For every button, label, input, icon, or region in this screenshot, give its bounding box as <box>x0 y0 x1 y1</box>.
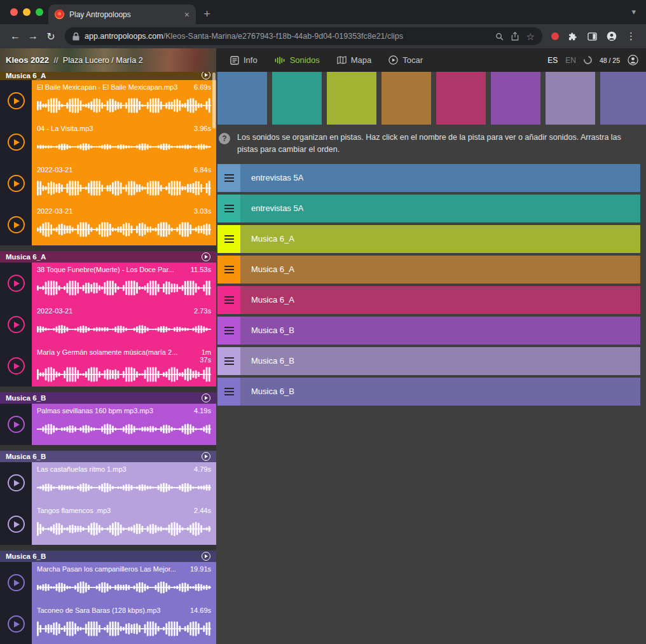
section-play-icon[interactable] <box>202 394 210 402</box>
clip-play-button[interactable] <box>0 562 32 603</box>
sidebar-scrollbar[interactable] <box>212 72 216 128</box>
track-drag-handle[interactable] <box>217 225 240 253</box>
clip-play-button[interactable] <box>0 304 32 345</box>
clip-play-button[interactable] <box>0 121 32 163</box>
browser-tab[interactable]: Play Antropoloops × <box>48 4 196 24</box>
drag-handle-icon <box>224 266 234 273</box>
profile-avatar-icon[interactable] <box>607 31 617 41</box>
audio-clip[interactable]: María y Germán solamente música(maría 2.… <box>0 345 216 387</box>
clip-duration: 3.03s <box>194 207 211 215</box>
track-drag-handle[interactable] <box>217 164 240 192</box>
track-row[interactable]: Musica 6_A <box>217 225 640 253</box>
track-row[interactable]: entrevistas 5A <box>217 164 640 192</box>
tab-search-chevron-icon[interactable]: ▾ <box>631 7 636 17</box>
track-drag-handle[interactable] <box>217 378 240 406</box>
section-play-icon[interactable] <box>202 252 210 261</box>
clip-play-button[interactable] <box>0 504 32 545</box>
audio-clip[interactable]: 2022-03-21 2.73s <box>0 304 216 345</box>
page: { "browser": { "tab_title": "Play Antrop… <box>0 0 646 644</box>
audio-clip[interactable]: 04 - La Visita.mp3 3.96s <box>0 121 216 163</box>
forward-button[interactable]: → <box>24 31 42 42</box>
clip-play-button[interactable] <box>0 204 32 245</box>
track-drag-handle[interactable] <box>217 286 240 314</box>
track-name-bar[interactable]: Musica 6_A <box>240 256 640 284</box>
share-icon[interactable] <box>511 32 519 41</box>
clip-body: 2022-03-21 6.84s <box>32 163 216 204</box>
track-row[interactable]: Musica 6_B <box>217 347 640 375</box>
track-row[interactable]: Musica 6_A <box>217 286 640 314</box>
audio-clip[interactable]: Las castañuelas ritmo 1.mp3 4.79s <box>0 462 216 504</box>
lock-icon[interactable] <box>72 32 79 41</box>
track-section-header[interactable]: Musica 6_B <box>0 551 216 562</box>
nav-mapa[interactable]: Mapa <box>337 55 372 65</box>
content: Musica 6_A El Baile Mexicapan - El Baile… <box>0 72 646 644</box>
nav-info[interactable]: Info <box>230 55 258 65</box>
section-play-icon[interactable] <box>202 552 210 561</box>
back-button[interactable]: ← <box>6 31 24 42</box>
audio-clip[interactable]: 38 Toque Funebre(Muerte) - Los Doce Par.… <box>0 263 216 304</box>
track-section-header[interactable]: Musica 6_B <box>0 451 216 462</box>
audio-clip[interactable]: 2022-03-21 6.84s <box>0 163 216 204</box>
track-row[interactable]: Musica 6_B <box>217 378 640 406</box>
url-domain: app.antropoloops.com <box>85 32 163 41</box>
minimize-window-button[interactable] <box>23 8 31 16</box>
track-section-header[interactable]: Musica 6_A <box>0 72 216 80</box>
track-name-bar[interactable]: Musica 6_A <box>240 286 640 314</box>
audio-clip[interactable]: Palmas sevillanas 160 bpm mp3.mp3 4.19s <box>0 404 216 445</box>
browser-menu-icon[interactable]: ⋮ <box>626 31 636 42</box>
track-name-bar[interactable]: Musica 6_B <box>240 317 640 345</box>
close-window-button[interactable] <box>10 8 18 16</box>
track-row[interactable]: Musica 6_B <box>217 317 640 345</box>
header-right: ES EN 48 / 25 <box>547 55 646 65</box>
recording-indicator-icon[interactable] <box>551 32 559 40</box>
bookmark-star-icon[interactable]: ☆ <box>526 32 535 41</box>
zoom-icon[interactable] <box>495 32 504 41</box>
clip-duration: 19.91s <box>190 565 211 573</box>
clip-play-button[interactable] <box>0 404 32 445</box>
clip-play-button[interactable] <box>0 163 32 204</box>
nav-tocar[interactable]: Tocar <box>388 55 423 65</box>
window-controls <box>10 8 43 16</box>
address-bar[interactable]: app.antropoloops.com/Kleos-Santa-Marina/… <box>65 27 542 45</box>
clip-play-button[interactable] <box>0 345 32 387</box>
track-drag-handle[interactable] <box>217 195 240 223</box>
track-drag-handle[interactable] <box>217 317 240 345</box>
audio-clip[interactable]: Taconeo de Sara Baras (128 kbps).mp3 14.… <box>0 603 216 644</box>
clip-play-button[interactable] <box>0 462 32 504</box>
track-name-bar[interactable]: Musica 6_B <box>240 347 640 375</box>
track-drag-handle[interactable] <box>217 256 240 284</box>
lang-es-button[interactable]: ES <box>547 56 558 65</box>
nav-sonidos[interactable]: Sonidos <box>275 55 320 65</box>
track-name-bar[interactable]: Musica 6_A <box>240 225 640 253</box>
track-drag-handle[interactable] <box>217 347 240 375</box>
clip-play-button[interactable] <box>0 80 32 121</box>
side-panel-icon[interactable] <box>588 32 597 41</box>
track-section-header[interactable]: Musica 6_A <box>0 251 216 263</box>
track-section-header[interactable]: Musica 6_B <box>0 392 216 404</box>
track-row[interactable]: entrevistas 5A <box>217 195 640 223</box>
new-tab-button[interactable]: + <box>203 8 210 20</box>
play-icon <box>8 516 25 533</box>
track-name-bar[interactable]: entrevistas 5A <box>240 164 640 192</box>
track-name-bar[interactable]: entrevistas 5A <box>240 195 640 223</box>
zoom-window-button[interactable] <box>36 8 43 16</box>
app-header: Kleos 2022 // Plaza Lucero / María 2 Inf… <box>0 48 646 72</box>
section-play-icon[interactable] <box>202 452 210 461</box>
account-icon[interactable] <box>628 55 638 65</box>
audio-clip[interactable]: Tangos flamencos .mp3 2.44s <box>0 504 216 545</box>
site-favicon-icon <box>55 10 64 19</box>
clip-title: 2022-03-21 <box>37 166 190 174</box>
clip-play-button[interactable] <box>0 603 32 644</box>
audio-clip[interactable]: 2022-03-21 3.03s <box>0 204 216 245</box>
track-row[interactable]: Musica 6_A <box>217 256 640 284</box>
audio-clip[interactable]: Marcha Pasan los campanilleros Las Mejor… <box>0 562 216 603</box>
play-circle-icon <box>388 55 398 65</box>
extensions-puzzle-icon[interactable] <box>568 32 578 41</box>
lang-en-button[interactable]: EN <box>565 56 576 65</box>
audio-clip[interactable]: El Baile Mexicapan - El Baile Mexicapan.… <box>0 80 216 121</box>
tab-close-icon[interactable]: × <box>184 10 189 20</box>
refresh-button[interactable]: ↻ <box>42 31 60 43</box>
track-name-bar[interactable]: Musica 6_B <box>240 378 640 406</box>
clip-play-button[interactable] <box>0 263 32 304</box>
section-play-icon[interactable] <box>202 72 210 79</box>
